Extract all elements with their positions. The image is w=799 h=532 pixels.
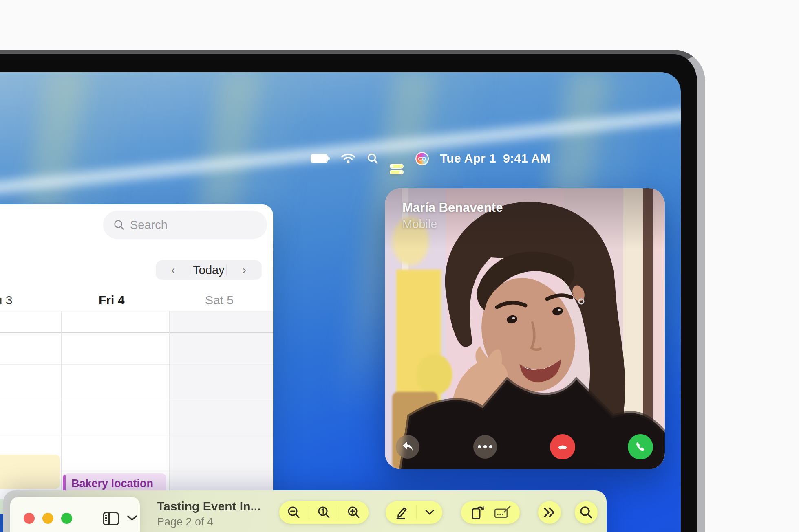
close-button[interactable] (24, 513, 35, 524)
day-header-sat[interactable]: Sat 5 (205, 293, 234, 307)
control-center-icon[interactable] (390, 153, 404, 164)
search-placeholder: Search (130, 218, 168, 232)
zoom-out-button[interactable] (287, 506, 301, 519)
caller-name: María Benavente (402, 200, 503, 215)
minimize-button[interactable] (42, 513, 53, 524)
prev-day-button[interactable]: ‹ (156, 260, 191, 280)
menu-bar-clock[interactable]: Tue Apr 1 9:41 AM (440, 152, 550, 165)
screenshot-stage: Tue Apr 1 9:41 AM Search ‹ Today › hu 3 … (0, 0, 799, 532)
preview-sidebar: LOCATIONPop-Up Venue DATEApril 1 TIME10 … (10, 497, 140, 532)
search-icon (579, 506, 593, 519)
calendar-nav: ‹ Today › (156, 260, 262, 280)
page-indicator: Page 2 of 4 (157, 516, 213, 528)
zoom-controls (279, 501, 369, 524)
accept-button[interactable] (628, 434, 653, 459)
more-button[interactable] (473, 435, 497, 459)
menu-bar: Tue Apr 1 9:41 AM (311, 151, 550, 166)
calendar-search-input[interactable]: Search (103, 211, 267, 239)
reply-icon (402, 441, 414, 453)
rotate-annotate-controls (461, 501, 520, 524)
actual-size-button[interactable] (317, 506, 331, 519)
today-button[interactable]: Today (191, 260, 226, 280)
siri-icon[interactable] (415, 152, 429, 165)
sidebar-toggle-icon[interactable] (103, 512, 119, 525)
spotlight-icon[interactable] (366, 152, 379, 165)
rotate-button[interactable] (469, 505, 486, 520)
calendar-grid: ractice ment nissary kit... 11:45AM Bake… (0, 311, 273, 514)
pen-menu-chevron[interactable] (425, 509, 435, 516)
document-search-button[interactable] (575, 501, 598, 524)
zoom-in-button[interactable] (347, 506, 361, 519)
reply-button[interactable] (396, 435, 419, 459)
laptop-screen: Tue Apr 1 9:41 AM Search ‹ Today › hu 3 … (0, 72, 681, 532)
document-title: Tasting Event In... (157, 499, 260, 513)
day-header-thu[interactable]: hu 3 (0, 293, 12, 307)
wifi-icon[interactable] (341, 153, 355, 164)
annotate-form-button[interactable] (494, 506, 512, 519)
caller-line-label: Mobile (402, 218, 437, 231)
preview-window: LOCATIONPop-Up Venue DATEApril 1 TIME10 … (3, 490, 607, 532)
calendar-window: Search ‹ Today › hu 3 Fri 4 Sat 5 (0, 204, 273, 514)
fullscreen-button[interactable] (61, 513, 72, 524)
markup-controls (386, 501, 442, 524)
phone-icon (634, 441, 647, 453)
toolbar-overflow-button[interactable] (538, 501, 561, 524)
search-icon (113, 219, 125, 231)
markup-pen-button[interactable] (393, 505, 408, 520)
menu-date: Tue Apr 1 (440, 152, 496, 165)
incoming-call-window: María Benavente Mobile (385, 188, 665, 469)
menu-time: 9:41 AM (503, 152, 550, 165)
phone-down-icon (556, 440, 569, 453)
next-day-button[interactable]: › (227, 260, 262, 280)
double-chevron-icon (543, 507, 556, 518)
day-header-fri[interactable]: Fri 4 (99, 293, 124, 307)
decline-button[interactable] (550, 434, 575, 459)
battery-icon[interactable] (311, 154, 330, 163)
weekend-shading (169, 311, 273, 514)
ellipsis-icon (478, 445, 492, 448)
event-practice[interactable]: ractice (0, 455, 60, 489)
chevron-down-icon[interactable] (127, 515, 137, 521)
